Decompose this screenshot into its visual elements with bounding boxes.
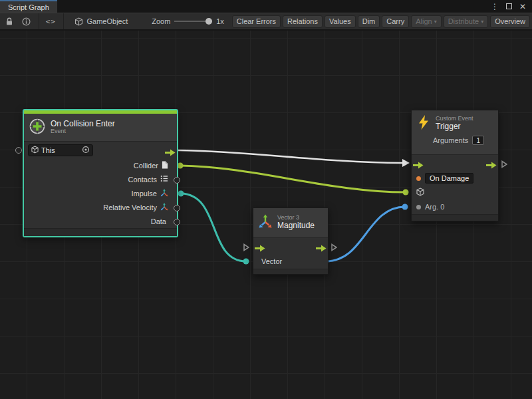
lightning-icon <box>416 114 432 133</box>
lock-icon[interactable] <box>5 17 13 26</box>
relations-button[interactable]: Relations <box>283 15 323 28</box>
port-label: Vector <box>261 257 282 265</box>
button-label: Values <box>329 17 351 25</box>
relative-velocity-output-port[interactable] <box>174 205 180 211</box>
wire-impulse-to-vector[interactable] <box>181 194 246 261</box>
output-row-impulse: Impulse <box>24 186 177 200</box>
collider-output-port[interactable] <box>178 163 184 169</box>
cube-icon <box>416 188 424 198</box>
carry-button[interactable]: Carry <box>382 15 409 28</box>
impulse-output-port[interactable] <box>178 191 184 197</box>
button-label: Carry <box>386 17 404 25</box>
arg0-input-port[interactable] <box>402 204 408 210</box>
control-output-port[interactable] <box>165 147 176 154</box>
button-label: Clear Errors <box>237 17 276 25</box>
arg0-row: Arg. 0 <box>412 200 498 214</box>
this-input-port[interactable] <box>15 147 22 154</box>
document-icon <box>162 161 168 170</box>
clear-errors-button[interactable]: Clear Errors <box>232 15 281 28</box>
toolbar-separator <box>39 13 39 30</box>
wire-control-arrowhead <box>402 159 410 167</box>
target-picker-icon[interactable] <box>82 146 90 155</box>
node-trigger-custom-event[interactable]: Custom Event Trigger Arguments 1 On Dama… <box>411 110 499 221</box>
port-label: Data <box>151 217 166 225</box>
list-icon <box>160 175 168 184</box>
target-row: This <box>24 142 177 158</box>
wire-control-flow[interactable] <box>178 150 402 163</box>
tab-bar: Script Graph ⋮ ✕ <box>0 0 532 13</box>
target-row <box>412 186 498 200</box>
target-field[interactable]: This <box>28 144 93 156</box>
control-out-stub-icon[interactable] <box>501 159 507 167</box>
node-header[interactable]: On Collision Enter Event <box>24 114 177 142</box>
overview-button[interactable]: Overview <box>490 15 530 28</box>
event-name-port[interactable] <box>416 176 421 181</box>
node-on-collision-enter[interactable]: On Collision Enter Event This Collid <box>23 110 178 237</box>
graph-canvas[interactable]: On Collision Enter Event This Collid <box>0 31 532 399</box>
node-header[interactable]: Vector 3 Magnitude <box>253 208 328 238</box>
data-output-port[interactable] <box>174 219 180 225</box>
output-row-relative-velocity: Relative Velocity <box>24 200 177 214</box>
wire-magnitude-to-arg0[interactable] <box>326 207 405 261</box>
arguments-label: Arguments <box>433 136 468 144</box>
node-magnitude[interactable]: Vector 3 Magnitude Vector <box>253 207 329 275</box>
node-title: Magnitude <box>277 221 315 230</box>
output-row-data: Data <box>24 214 177 228</box>
event-name-field[interactable]: On Damage <box>425 173 473 184</box>
port-label: Impulse <box>131 190 157 198</box>
node-header[interactable]: Custom Event Trigger Arguments 1 <box>412 110 498 155</box>
arguments-input[interactable]: 1 <box>472 136 484 145</box>
info-icon[interactable] <box>22 17 31 26</box>
tab-label: Script Graph <box>8 3 49 11</box>
dropdown-arrow-icon: ▾ <box>434 19 437 25</box>
event-target-input-port[interactable] <box>403 190 409 196</box>
vector-input-port[interactable] <box>243 259 249 265</box>
align-button[interactable]: Align▾ <box>411 15 441 28</box>
contacts-output-port[interactable] <box>174 177 180 184</box>
target-value: This <box>41 146 55 154</box>
dropdown-arrow-icon: ▾ <box>481 19 483 25</box>
vector3-icon <box>160 189 168 198</box>
menu-icon[interactable]: ⋮ <box>491 2 499 11</box>
node-footer <box>253 269 328 274</box>
zoom-slider[interactable] <box>174 18 212 25</box>
close-icon[interactable]: ✕ <box>519 2 526 11</box>
control-output-port[interactable] <box>486 160 497 167</box>
vector-input-row: Vector <box>253 254 328 269</box>
tab-script-graph[interactable]: Script Graph <box>0 0 57 13</box>
control-in-stub-icon[interactable] <box>243 242 249 250</box>
gameobject-icon <box>74 17 83 26</box>
vector3-icon <box>258 214 273 231</box>
values-button[interactable]: Values <box>325 15 356 28</box>
collision-event-icon <box>29 118 46 138</box>
arg0-port[interactable] <box>416 205 421 209</box>
port-label: Arg. 0 <box>425 203 444 211</box>
port-label: Relative Velocity <box>103 203 157 211</box>
toolbar-separator <box>63 13 64 30</box>
graph-toolbar: <> GameObject Zoom 1x Clear Errors Relat… <box>0 13 532 30</box>
gameobject-label[interactable]: GameObject <box>87 17 128 25</box>
zoom-value: 1x <box>216 17 224 25</box>
node-footer <box>412 214 498 221</box>
dim-button[interactable]: Dim <box>358 15 380 28</box>
control-out-stub-icon[interactable] <box>331 242 337 250</box>
wire-collider-to-target[interactable] <box>180 166 406 192</box>
code-icon[interactable]: <> <box>46 17 56 26</box>
control-input-port[interactable] <box>255 243 265 250</box>
node-title: Trigger <box>436 122 473 131</box>
port-label: Contacts <box>128 176 157 184</box>
control-input-port[interactable] <box>413 160 424 167</box>
maximize-icon[interactable] <box>506 3 512 9</box>
button-label: Relations <box>287 17 318 25</box>
vector3-icon <box>160 203 168 212</box>
control-row <box>412 155 498 171</box>
event-name-row: On Damage <box>412 171 498 186</box>
unity-window: Script Graph ⋮ ✕ <> GameObject Zoom 1x C… <box>0 0 532 399</box>
node-subtitle: Event <box>51 128 115 135</box>
cube-icon <box>31 146 39 155</box>
distribute-button[interactable]: Distribute▾ <box>444 15 488 28</box>
control-output-port[interactable] <box>316 243 327 250</box>
window-controls: ⋮ ✕ <box>491 0 532 13</box>
output-row-contacts: Contacts <box>24 172 177 186</box>
zoom-slider-handle[interactable] <box>205 18 212 25</box>
